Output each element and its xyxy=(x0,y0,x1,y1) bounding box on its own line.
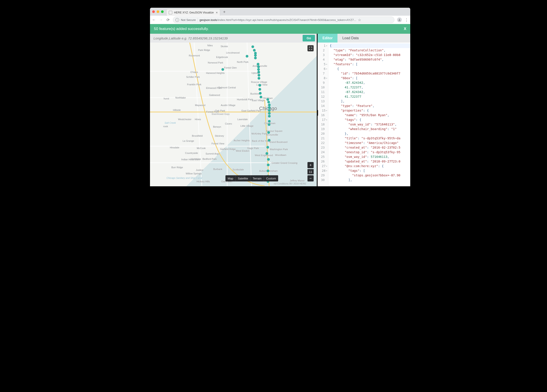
close-window-icon[interactable] xyxy=(152,10,155,13)
code-line[interactable]: -87.624342, xyxy=(330,81,410,85)
feature-point-icon[interactable] xyxy=(267,101,270,103)
code-line[interactable]: "features": [ xyxy=(330,62,410,67)
code-line[interactable]: "created_at": "2016-02-23T02:5 xyxy=(330,145,410,150)
fullscreen-button[interactable] xyxy=(308,45,314,51)
banner-close-button[interactable]: X xyxy=(404,27,406,31)
layer-option[interactable]: Terrain xyxy=(251,175,264,182)
code-line[interactable]: "osm_way_id": "571646113", xyxy=(330,122,410,127)
code-line[interactable]: "etag": "9dfae950690fc6f4", xyxy=(330,57,410,62)
code-line[interactable]: "streamId": "c32c652a-c51d-11e8-80b8 xyxy=(330,53,410,57)
code-line[interactable]: ], xyxy=(330,178,410,182)
feature-point-icon[interactable] xyxy=(267,146,269,149)
zoom-in-button[interactable]: + xyxy=(308,162,314,168)
code-line[interactable]: "wheelchair_boarding": "1" xyxy=(330,127,410,131)
feature-point-icon[interactable] xyxy=(258,74,260,76)
feature-point-icon[interactable] xyxy=(268,106,271,109)
tab-load-data[interactable]: Load Data xyxy=(337,34,363,43)
code-line[interactable]: ], xyxy=(330,99,410,104)
code-line[interactable]: "properties": { xyxy=(330,108,410,113)
code-editor[interactable]: 1▾2345▾6▾78▾9101112131415▾1617▾181920212… xyxy=(318,43,410,186)
feature-point-icon[interactable] xyxy=(259,88,261,91)
code-line[interactable]: "title": "s-dp3tq53fky-95th~da xyxy=(330,136,410,141)
fold-toggle-icon[interactable]: ▾ xyxy=(326,108,327,113)
feature-point-icon[interactable] xyxy=(246,55,248,58)
feature-point-icon[interactable] xyxy=(268,120,271,122)
fold-toggle-icon[interactable]: ▾ xyxy=(326,164,327,169)
feature-point-icon[interactable] xyxy=(257,66,260,68)
feature-point-icon[interactable] xyxy=(268,104,271,106)
go-button[interactable]: Go xyxy=(303,35,315,41)
code-line[interactable]: "tags": { xyxy=(330,117,410,122)
fold-toggle-icon[interactable]: ▾ xyxy=(326,67,327,71)
layer-option[interactable]: Satellite xyxy=(236,175,250,182)
feature-point-icon[interactable] xyxy=(221,68,224,71)
profile-avatar-icon[interactable] xyxy=(397,17,402,22)
feature-point-icon[interactable] xyxy=(268,139,270,142)
feature-point-icon[interactable] xyxy=(268,123,270,126)
feature-point-icon[interactable] xyxy=(268,109,271,112)
close-tab-icon[interactable]: × xyxy=(216,11,218,14)
code-line[interactable]: "bbox": [ xyxy=(330,76,410,81)
code-line[interactable]: -87.624342, xyxy=(330,90,410,94)
feature-point-icon[interactable] xyxy=(257,71,260,74)
feature-point-icon[interactable] xyxy=(257,63,259,66)
code-line[interactable]: "tags": [ xyxy=(330,169,410,173)
code-line[interactable]: "@ns:com:here:xyz": { xyxy=(330,164,410,169)
feature-point-icon[interactable] xyxy=(254,54,257,57)
code-line[interactable]: "updated_at": "2018-09-27T23:0 xyxy=(330,159,410,164)
maximize-window-icon[interactable] xyxy=(161,10,164,13)
back-button[interactable]: ← xyxy=(152,18,156,22)
browser-tab[interactable]: HERE XYZ: GeoJSON Visualize × xyxy=(166,9,220,16)
feature-point-icon[interactable] xyxy=(259,92,262,95)
bookmark-star-icon[interactable]: ☆ xyxy=(358,18,361,22)
feature-point-icon[interactable] xyxy=(267,169,269,172)
feature-point-icon[interactable] xyxy=(252,45,254,48)
code-line[interactable]: 41.722377, xyxy=(330,85,410,90)
coord-input[interactable] xyxy=(153,36,303,40)
pane-resize-handle[interactable] xyxy=(317,110,318,116)
feature-point-icon[interactable] xyxy=(257,68,260,71)
layer-option[interactable]: Map xyxy=(226,175,236,182)
reload-button[interactable]: ⟳ xyxy=(166,18,170,22)
code-line[interactable]: "id": "7b54d6059ca881977c0d340f7 xyxy=(330,71,410,76)
feature-point-icon[interactable] xyxy=(267,164,270,166)
site-info-icon[interactable]: i xyxy=(175,18,179,22)
fold-toggle-icon[interactable]: ▾ xyxy=(326,169,327,173)
feature-point-icon[interactable] xyxy=(259,84,261,87)
feature-point-icon[interactable] xyxy=(267,158,270,161)
code-line[interactable]: 41.722377 xyxy=(330,94,410,99)
feature-point-icon[interactable] xyxy=(268,112,271,115)
code-line[interactable]: "type": "Feature", xyxy=(330,104,410,108)
code-line[interactable]: "name": "95th/Dan Ryan", xyxy=(330,113,410,117)
feature-point-icon[interactable] xyxy=(267,98,269,101)
layer-option[interactable]: Custom xyxy=(264,175,278,182)
minimize-window-icon[interactable] xyxy=(157,10,159,13)
code-line[interactable]: "onestop_id": "s-dp3tq53fky-95 xyxy=(330,150,410,155)
feature-point-icon[interactable] xyxy=(266,152,268,155)
feature-point-icon[interactable] xyxy=(253,49,256,52)
fold-toggle-icon[interactable]: ▾ xyxy=(326,117,327,122)
code-line[interactable]: { xyxy=(330,43,410,48)
tab-editor[interactable]: Editor xyxy=(318,34,337,43)
feature-point-icon[interactable] xyxy=(260,96,262,98)
new-tab-button[interactable]: ＋ xyxy=(222,9,226,14)
editor-code[interactable]: { "type": "FeatureCollection", "streamId… xyxy=(328,43,410,186)
address-bar[interactable]: i Not Secure geojson.tools/index.html?ur… xyxy=(173,17,394,23)
code-line[interactable]: "osm_way_id": 571646113, xyxy=(330,155,410,159)
feature-point-icon[interactable] xyxy=(267,131,270,134)
code-line[interactable]: { xyxy=(330,67,410,71)
map-canvas[interactable]: NilesSkokiePark RidgeRosemontLincolnwood… xyxy=(150,43,317,186)
code-line[interactable]: }, xyxy=(330,131,410,136)
fold-toggle-icon[interactable]: ▾ xyxy=(326,43,327,48)
feature-point-icon[interactable] xyxy=(258,77,260,80)
fold-toggle-icon[interactable]: ▾ xyxy=(326,76,327,81)
fold-toggle-icon[interactable]: ▾ xyxy=(326,62,327,67)
zoom-out-button[interactable]: − xyxy=(308,175,314,182)
browser-menu-icon[interactable]: ⋮ xyxy=(404,17,409,22)
code-line[interactable]: "stops.geojson?bbox=-87.90 xyxy=(330,173,410,178)
feature-point-icon[interactable] xyxy=(254,57,257,59)
forward-button[interactable]: → xyxy=(159,18,163,22)
code-line[interactable]: "timezone": "America/Chicago" xyxy=(330,141,410,145)
code-line[interactable]: "type": "FeatureCollection", xyxy=(330,48,410,53)
feature-point-icon[interactable] xyxy=(268,115,271,117)
